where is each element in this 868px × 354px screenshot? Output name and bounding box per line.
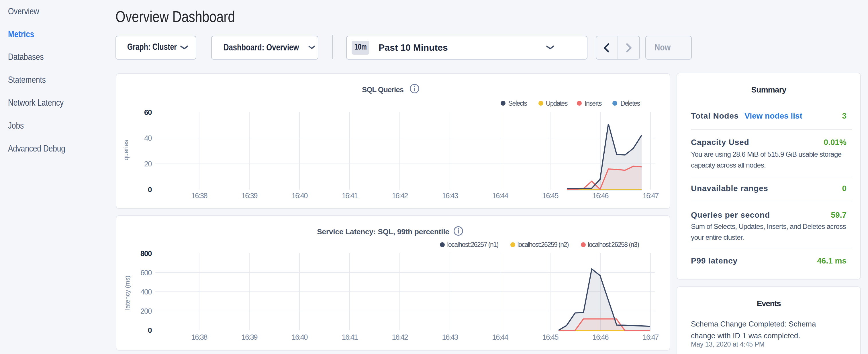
svg-text:16:45: 16:45 [542,191,559,200]
svg-text:16:38: 16:38 [191,333,208,342]
svg-text:16:43: 16:43 [442,333,458,342]
svg-text:latency (ms): latency (ms) [124,276,131,310]
svg-text:0: 0 [148,185,152,194]
svg-text:16:40: 16:40 [291,333,308,342]
svg-text:20: 20 [144,160,152,168]
svg-text:16:43: 16:43 [442,191,458,200]
svg-text:16:44: 16:44 [492,333,508,342]
svg-text:16:39: 16:39 [241,191,258,200]
svg-text:40: 40 [144,134,152,142]
svg-text:400: 400 [141,288,152,296]
svg-text:800: 800 [141,249,152,258]
svg-text:16:42: 16:42 [392,333,408,342]
svg-text:16:41: 16:41 [342,191,358,200]
svg-text:16:38: 16:38 [191,191,208,200]
svg-text:16:44: 16:44 [492,191,508,200]
svg-text:600: 600 [141,268,152,277]
svg-text:16:40: 16:40 [291,191,308,200]
svg-text:queries: queries [122,140,129,160]
svg-text:16:41: 16:41 [342,333,358,342]
svg-text:16:47: 16:47 [643,333,659,342]
svg-text:200: 200 [141,307,152,315]
svg-text:16:39: 16:39 [241,333,258,342]
svg-text:16:46: 16:46 [592,333,609,342]
svg-text:0: 0 [148,326,152,334]
svg-text:16:47: 16:47 [643,191,659,200]
svg-text:16:46: 16:46 [592,191,609,200]
svg-text:16:45: 16:45 [542,333,559,342]
svg-text:16:42: 16:42 [392,191,408,200]
svg-text:60: 60 [144,108,152,117]
